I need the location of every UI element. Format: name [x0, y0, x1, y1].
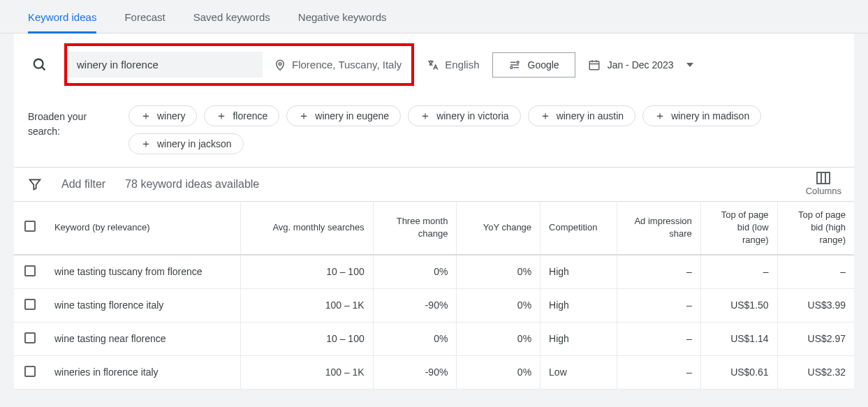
network-icon — [508, 59, 521, 71]
cell-bid-low: US$1.14 — [700, 322, 777, 355]
date-range-selector[interactable]: Jan - Dec 2023 — [588, 59, 693, 71]
col-ad-impression[interactable]: Ad impression share — [617, 202, 700, 255]
svg-line-1 — [42, 66, 45, 70]
plus-icon: ＋ — [540, 110, 551, 121]
cell-three-month: -90% — [373, 288, 457, 322]
col-keyword[interactable]: Keyword (by relevance) — [46, 202, 241, 255]
col-yoy[interactable]: YoY change — [457, 202, 540, 255]
add-filter-button[interactable]: Add filter — [61, 178, 105, 191]
svg-rect-8 — [589, 61, 599, 69]
broaden-chip-container: ＋winery ＋florence ＋winery in eugene ＋win… — [128, 105, 840, 154]
cell-avg: 100 – 1K — [241, 355, 373, 389]
col-competition[interactable]: Competition — [540, 202, 617, 255]
cell-ad-impression: – — [617, 255, 700, 289]
row-checkbox[interactable] — [24, 265, 36, 276]
table-header-row: Keyword (by relevance) Avg. monthly sear… — [14, 202, 854, 255]
tab-saved-keywords[interactable]: Saved keywords — [193, 7, 270, 33]
chip-label: winery in austin — [557, 110, 624, 121]
tab-keyword-ideas[interactable]: Keyword ideas — [28, 7, 96, 34]
broaden-chip[interactable]: ＋winery — [128, 105, 197, 126]
row-checkbox[interactable] — [24, 366, 36, 377]
location-selector[interactable]: Florence, Tuscany, Italy — [274, 59, 402, 71]
select-all-checkbox[interactable] — [24, 221, 36, 232]
plus-icon: ＋ — [140, 138, 152, 149]
cell-competition: High — [540, 322, 617, 355]
chip-label: winery — [157, 110, 185, 121]
ideas-available-label: 78 keyword ideas available — [125, 178, 259, 191]
language-selector[interactable]: English — [427, 59, 479, 71]
cell-three-month: -90% — [373, 355, 457, 389]
cell-ad-impression: – — [617, 288, 700, 322]
search-icon-wrap — [28, 53, 52, 77]
broaden-label: Broaden your search: — [28, 105, 112, 154]
cell-yoy: 0% — [457, 355, 540, 389]
row-checkbox[interactable] — [24, 299, 36, 310]
cell-yoy: 0% — [457, 322, 540, 355]
broaden-chip[interactable]: ＋winery in eugene — [286, 105, 401, 126]
col-avg-searches[interactable]: Avg. monthly searches — [241, 202, 373, 255]
broaden-chip[interactable]: ＋winery in victoria — [408, 105, 520, 126]
tabs-row: Keyword ideas Forecast Saved keywords Ne… — [0, 0, 868, 34]
cell-bid-high: – — [777, 255, 854, 289]
search-input-wrap[interactable] — [67, 52, 263, 77]
date-range-label: Jan - Dec 2023 — [608, 59, 674, 71]
columns-icon — [816, 172, 830, 184]
svg-point-6 — [517, 61, 519, 63]
cell-avg: 10 – 100 — [241, 322, 373, 355]
broaden-chip[interactable]: ＋winery in jackson — [128, 133, 244, 154]
calendar-icon — [588, 59, 601, 71]
cell-bid-low: US$1.50 — [700, 288, 777, 322]
cell-three-month: 0% — [373, 322, 457, 355]
main-panel: Florence, Tuscany, Italy English Google … — [14, 34, 854, 390]
broaden-chip[interactable]: ＋florence — [204, 105, 279, 126]
svg-point-2 — [279, 62, 281, 65]
network-label: Google — [528, 59, 559, 71]
cell-competition: High — [540, 255, 617, 289]
table-row[interactable]: wine tasting near florence10 – 1000%0%Hi… — [14, 322, 854, 355]
plus-icon: ＋ — [298, 110, 309, 121]
tab-negative-keywords[interactable]: Negative keywords — [298, 7, 387, 33]
cell-yoy: 0% — [457, 255, 540, 289]
cell-bid-low: US$0.61 — [700, 355, 777, 389]
filter-funnel-icon[interactable] — [28, 177, 42, 191]
col-three-month[interactable]: Three month change — [373, 202, 457, 255]
cell-keyword: wineries in florence italy — [46, 355, 241, 389]
chip-label: florence — [233, 110, 267, 121]
col-bid-low[interactable]: Top of page bid (low range) — [700, 202, 777, 255]
cell-keyword: wine tasting near florence — [46, 322, 241, 355]
keyword-search-input[interactable] — [77, 59, 253, 71]
cell-keyword: wine tasting tuscany from florence — [46, 255, 241, 289]
broaden-chip[interactable]: ＋winery in austin — [528, 105, 636, 126]
chip-label: winery in victoria — [436, 110, 508, 121]
col-bid-high[interactable]: Top of page bid (high range) — [777, 202, 854, 255]
cell-keyword: wine tasting florence italy — [46, 288, 241, 322]
cell-ad-impression: – — [617, 355, 700, 389]
cell-bid-high: US$3.99 — [777, 288, 854, 322]
search-location-highlight: Florence, Tuscany, Italy — [64, 43, 414, 86]
broaden-chip[interactable]: ＋winery in madison — [642, 105, 761, 126]
cell-bid-high: US$2.32 — [777, 355, 854, 389]
cell-three-month: 0% — [373, 255, 457, 289]
cell-yoy: 0% — [457, 288, 540, 322]
columns-button[interactable]: Columns — [806, 172, 841, 196]
cell-competition: Low — [540, 355, 617, 389]
row-checkbox[interactable] — [24, 332, 36, 343]
cell-ad-impression: – — [617, 322, 700, 355]
plus-icon: ＋ — [216, 110, 227, 121]
table-row[interactable]: wineries in florence italy100 – 1K-90%0%… — [14, 355, 854, 389]
chevron-down-icon — [686, 63, 693, 67]
language-label: English — [445, 59, 479, 71]
cell-avg: 10 – 100 — [241, 255, 373, 289]
table-row[interactable]: wine tasting florence italy100 – 1K-90%0… — [14, 288, 854, 322]
svg-point-0 — [34, 59, 43, 68]
tab-forecast[interactable]: Forecast — [124, 7, 165, 33]
plus-icon: ＋ — [140, 110, 152, 121]
filter-toolbar: Add filter 78 keyword ideas available Co… — [14, 168, 854, 201]
network-selector[interactable]: Google — [492, 52, 575, 77]
translate-icon — [427, 59, 439, 71]
columns-label: Columns — [806, 186, 841, 196]
cell-competition: High — [540, 288, 617, 322]
location-label: Florence, Tuscany, Italy — [292, 59, 402, 71]
table-row[interactable]: wine tasting tuscany from florence10 – 1… — [14, 255, 854, 289]
broaden-search-row: Broaden your search: ＋winery ＋florence ＋… — [14, 96, 854, 168]
